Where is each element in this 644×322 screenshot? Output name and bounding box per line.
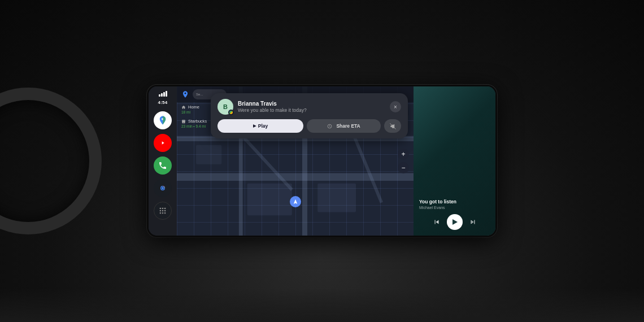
zoom-out-button[interactable]: − [398, 162, 409, 173]
svg-rect-23 [196, 145, 221, 164]
play-action-button[interactable]: Play [217, 119, 303, 133]
music-panel: You got to listen Michael Evans [414, 86, 495, 236]
svg-rect-8 [162, 210, 163, 211]
close-notification-button[interactable]: × [390, 101, 401, 112]
map-zoom-controls: + − [398, 149, 409, 173]
svg-rect-6 [164, 208, 166, 209]
home-icon [181, 105, 186, 110]
mute-icon [390, 123, 396, 129]
screen-wrapper: 4:54 [147, 85, 497, 237]
play-label: Play [258, 123, 268, 129]
dashboard-bottom [0, 288, 644, 322]
notification-header: B Brianna Travis Were you able to make i… [217, 99, 401, 115]
maps-app-icon[interactable] [154, 111, 172, 129]
nav-arrow [290, 196, 301, 207]
share-eta-button[interactable]: Share ETA [307, 119, 381, 133]
play-pause-button[interactable] [447, 214, 463, 230]
zoom-in-button[interactable]: + [398, 149, 409, 160]
music-info: You got to listen Michael Evans [419, 199, 490, 210]
home-dest-name: Home [188, 105, 199, 110]
youtube-app-icon[interactable] [154, 134, 172, 152]
svg-rect-11 [162, 212, 163, 214]
svg-rect-10 [160, 212, 161, 214]
share-eta-label: Share ETA [336, 123, 360, 129]
store-icon [181, 119, 186, 124]
notification-text: Brianna Travis Were you able to make it … [238, 101, 385, 113]
music-title: You got to listen [419, 199, 490, 204]
sender-name: Brianna Travis [238, 101, 385, 107]
music-controls [419, 214, 490, 230]
app-grid-icon[interactable] [154, 202, 172, 220]
svg-point-3 [162, 187, 164, 189]
clock-icon [327, 124, 332, 129]
svg-rect-5 [162, 208, 163, 209]
android-auto-screen: 4:54 [149, 86, 495, 236]
starbucks-dest-name: Starbucks [188, 119, 207, 124]
svg-rect-12 [164, 212, 166, 214]
svg-rect-22 [317, 184, 356, 212]
avatar-initial: B [223, 103, 228, 110]
destination-list: Home 18 mi Starbucks 23 min • 9.4 mi [181, 105, 207, 133]
notification-overlay: B Brianna Travis Were you able to make i… [211, 93, 408, 138]
clock: 4:54 [158, 100, 167, 105]
notification-message: Were you able to make it today? [238, 107, 385, 113]
sender-avatar: B [217, 99, 233, 115]
avatar-badge [228, 110, 234, 115]
svg-rect-7 [160, 210, 161, 211]
signal-icon [159, 91, 167, 97]
notification-actions: Play Share ETA [217, 119, 401, 133]
starbucks-dest-sub: 23 min • 9.4 mi [181, 124, 207, 128]
skip-previous-button[interactable] [431, 216, 442, 228]
svg-rect-9 [164, 210, 166, 211]
map-area: Se... Home 18 mi St [177, 86, 414, 236]
dest-starbucks[interactable]: Starbucks 23 min • 9.4 mi [181, 119, 207, 128]
phone-app-icon[interactable] [154, 156, 172, 175]
sidebar: 4:54 [149, 86, 177, 236]
dest-home[interactable]: Home 18 mi [181, 105, 207, 114]
maps-small-icon [181, 90, 189, 98]
google-badge-dot [229, 111, 233, 114]
search-placeholder: Se... [196, 93, 203, 96]
svg-rect-21 [247, 184, 292, 216]
home-dest-sub: 18 mi [181, 110, 207, 114]
assistant-app-icon[interactable] [154, 179, 172, 197]
music-artist: Michael Evans [419, 206, 490, 210]
mute-button[interactable] [384, 119, 401, 133]
screen-bezel: 4:54 [147, 85, 497, 237]
skip-next-button[interactable] [467, 216, 478, 228]
svg-rect-4 [160, 208, 161, 209]
